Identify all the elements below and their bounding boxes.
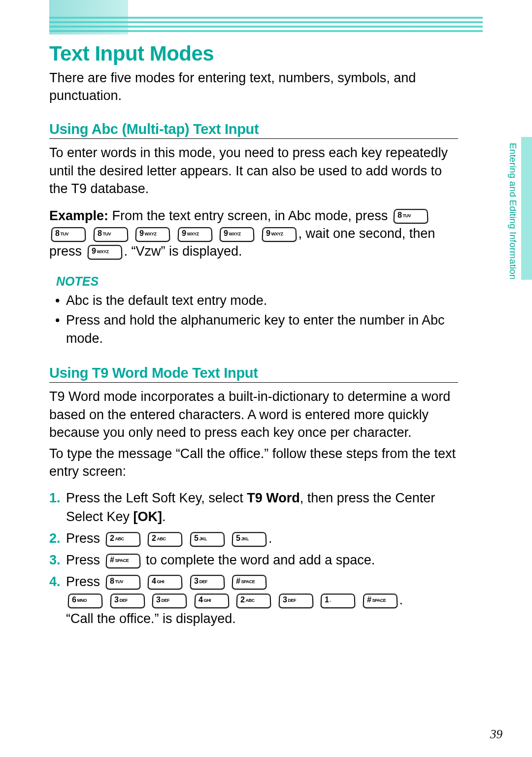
example-label: Example: <box>49 208 108 223</box>
step-keys: 6MNO 3DEF 3DEF 4GHI 2ABC 3DEF 1. #SPACE <box>66 592 399 607</box>
step-text: Press <box>66 531 104 546</box>
section-heading-abc: Using Abc (Multi-tap) Text Input <box>49 121 458 139</box>
example-lead: From the text entry screen, in Abc mode,… <box>108 208 392 223</box>
phone-key-icon: #SPACE <box>363 594 398 609</box>
phone-key-icon: #SPACE <box>232 575 266 590</box>
page-number: 39 <box>490 727 502 741</box>
phone-key-icon: 9WXYZ <box>262 227 297 242</box>
page-title: Text Input Modes <box>49 42 458 66</box>
phone-key-icon: 3DEF <box>152 594 187 609</box>
phone-key-icon: 3DEF <box>278 594 313 609</box>
list-item: Press and hold the alphanumeric key to e… <box>66 311 458 347</box>
step-3: 3. Press #SPACE to complete the word and… <box>66 551 458 570</box>
phone-key-icon: 2ABC <box>147 532 182 547</box>
phone-key-icon: 4GHI <box>194 594 229 609</box>
t9-paragraph-2: To type the message “Call the office.” f… <box>49 445 458 481</box>
phone-key-icon: 4GHI <box>147 575 182 590</box>
step-number: 1. <box>49 489 61 508</box>
phone-key-icon: 8TUV <box>93 227 128 242</box>
phone-key-icon: 9WXYZ <box>219 227 254 242</box>
section-heading-t9: Using T9 Word Mode Text Input <box>49 365 458 383</box>
step-2: 2. Press 2ABC 2ABC 5JKL 5JKL. <box>66 529 458 548</box>
phone-key-icon: 5JKL <box>190 532 225 547</box>
phone-key-icon: 8TUV <box>393 209 428 224</box>
phone-key-icon: 8TUV <box>51 227 86 242</box>
phone-key-icon: 9WXYZ <box>177 227 212 242</box>
step-number: 2. <box>49 529 61 548</box>
example-keys-2: 9WXYZ <box>86 244 124 259</box>
step-bold: [OK] <box>133 509 162 524</box>
phone-key-icon: 3DEF <box>190 575 225 590</box>
step-1: 1. Press the Left Soft Key, select T9 Wo… <box>66 489 458 527</box>
list-item: Abc is the default text entry mode. <box>66 292 458 309</box>
step-number: 4. <box>49 573 61 592</box>
example-paragraph: Example: From the text entry screen, in … <box>49 207 458 261</box>
step-keys: #SPACE <box>104 553 142 567</box>
phone-key-icon: 5JKL <box>232 532 266 547</box>
step-4: 4. Press 8TUV 4GHI 3DEF #SPACE 6MNO 3DEF… <box>66 573 458 628</box>
step-text: . <box>268 531 272 546</box>
step-text: to complete the word and add a space. <box>142 553 375 567</box>
phone-key-icon: 3DEF <box>110 594 145 609</box>
phone-key-icon: 2ABC <box>105 532 140 547</box>
steps-list: 1. Press the Left Soft Key, select T9 Wo… <box>49 489 458 628</box>
phone-key-icon: 2ABC <box>236 594 271 609</box>
side-tab <box>521 137 532 280</box>
side-tab-label: Entering and Editing Information <box>507 143 518 280</box>
step-result: “Call the office.” is displayed. <box>66 611 236 626</box>
step-text: Press <box>66 574 104 589</box>
step-number: 3. <box>49 551 61 570</box>
step-text: Press the Left Soft Key, select <box>66 491 247 505</box>
step-text: Press <box>66 553 104 567</box>
step-keys: 2ABC 2ABC 5JKL 5JKL <box>104 531 269 546</box>
abc-paragraph: To enter words in this mode, you need to… <box>49 144 458 197</box>
intro-paragraph: There are five modes for entering text, … <box>49 69 458 104</box>
step-keys: 8TUV 4GHI 3DEF #SPACE <box>104 574 269 589</box>
notes-list: Abc is the default text entry mode. Pres… <box>49 292 458 347</box>
phone-key-icon: #SPACE <box>105 554 140 568</box>
step-text: . <box>162 509 166 524</box>
example-tail: . “Vzw” is displayed. <box>124 244 242 259</box>
step-text: . <box>399 592 403 607</box>
phone-key-icon: 9WXYZ <box>87 245 122 260</box>
header-decoration <box>49 0 483 34</box>
phone-key-icon: 1. <box>320 594 355 609</box>
phone-key-icon: 6MNO <box>67 594 102 609</box>
phone-key-icon: 8TUV <box>105 575 140 590</box>
step-bold: T9 Word <box>247 491 300 505</box>
notes-heading: NOTES <box>49 274 458 289</box>
phone-key-icon: 9WXYZ <box>135 227 170 242</box>
t9-paragraph-1: T9 Word mode incorporates a built-in-dic… <box>49 388 458 441</box>
